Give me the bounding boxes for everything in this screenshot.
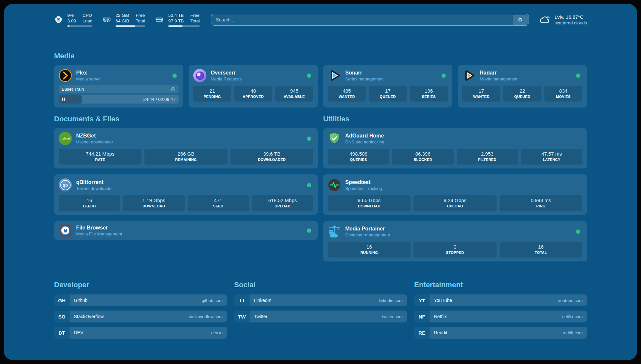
bookmark-stackoverflow[interactable]: SO StackOverflow stackoverflow.com [54,311,227,322]
camera-view-icon[interactable] [170,87,176,92]
portainer-card[interactable]: Media Portainer Container management 16R… [323,221,587,261]
weather-location-temp: Lviv, 16.87°C [555,14,587,20]
memory-labels: Free Total [136,13,145,24]
disk-progress-bar [168,25,200,27]
stat-wanted: 485WANTED [328,86,366,102]
qbittorrent-title: qBittorrent [76,179,113,186]
plex-card[interactable]: Plex Media server Bullet Train [54,65,183,107]
section-title-utilities: Utilities [323,115,587,123]
bookmark-name: YouTube [434,298,452,303]
stat-approved: 40APPROVED [234,86,272,102]
section-title-social: Social [234,281,407,289]
bookmark-abbr: SO [54,311,70,322]
stat-upload: 618.52 MbpsUPLOAD [252,195,313,211]
disk-values: 52.4 TB 97.9 TB [168,13,184,24]
bookmark-github[interactable]: GH Github github.com [54,294,227,306]
stat-wanted: 17WANTED [462,86,500,102]
stat-filtered: 2,953FILTERED [457,149,518,165]
stat-series: 196SERIES [410,86,448,102]
bookmark-domain: dev.to [211,330,223,335]
bookmark-abbr: RE [414,327,430,339]
bookmark-reddit[interactable]: RE Reddit reddit.com [414,327,587,339]
section-title-documents: Documents & Files [54,115,318,123]
cpu-widget: 9% 3.09 CPU Load [54,13,92,27]
filebrowser-card[interactable]: File Browser Media File Management [54,221,318,240]
header-divider [54,32,587,32]
status-dot-online [307,228,311,233]
qbittorrent-card[interactable]: qb qBittorrent Torrent downloader 16LEEC… [54,174,318,215]
header: 9% 3.09 CPU Load [54,13,587,27]
sonarr-title: Sonarr [345,70,383,76]
nzbget-card[interactable]: nzbget NZBGet Usenet downloader 744.21 M… [54,128,318,168]
sonarr-logo-icon [328,69,341,82]
playback-time: 24:44 / 02:06:47 [143,97,179,102]
bookmark-dev[interactable]: DT DEV dev.to [54,327,227,339]
stat-leech: 16LEECH [59,195,120,211]
pause-icon[interactable] [62,98,65,101]
search-input[interactable] [211,14,512,25]
resource-widgets: 9% 3.09 CPU Load [54,13,200,27]
plex-subtitle: Media server [76,76,101,82]
bookmarks-section: Developer GH Github github.com SO StackO… [54,281,587,343]
portainer-subtitle: Container management [345,232,390,238]
bookmarks-entertainment: Entertainment YT YouTube youtube.com NF … [414,281,587,343]
bookmark-linkedin[interactable]: LI LinkedIn linkedin.com [234,294,407,306]
overseerr-title: Overseerr [211,70,242,76]
bookmark-abbr: NF [414,311,430,322]
stat-total: 16TOTAL [500,242,582,258]
plex-logo-icon [59,69,72,82]
cpu-progress-bar [67,25,92,27]
section-title-entertainment: Entertainment [414,281,587,289]
radarr-subtitle: Movie management [480,76,517,82]
bookmarks-developer: Developer GH Github github.com SO StackO… [54,281,227,343]
filebrowser-subtitle: Media File Management [76,231,122,237]
overseerr-card[interactable]: Overseerr Media Requests 21PENDING 40APP… [189,65,318,107]
stat-download: 9.65 GbpsDOWNLOAD [328,195,411,211]
media-cards-row: Plex Media server Bullet Train [54,65,587,107]
status-dot-online [307,74,311,78]
bookmark-domain: linkedin.com [379,298,403,303]
radarr-logo-icon [462,69,475,82]
adguard-subtitle: DNS and adblocking [345,139,384,145]
bookmark-domain: reddit.com [563,330,583,335]
status-dot-online [442,74,446,78]
stat-latency: 47.57 msLATENCY [521,149,582,165]
status-dot-online [307,136,311,141]
speedtest-card[interactable]: Speedtest Speedtest Tracking 9.65 GbpsDO… [323,174,587,215]
nzbget-logo-icon: nzbget [59,132,72,145]
bookmark-name: Netflix [434,314,447,319]
bookmark-abbr: LI [234,294,250,306]
nzbget-subtitle: Usenet downloader [76,139,113,145]
scattered-clouds-icon [539,14,551,26]
sonarr-card[interactable]: Sonarr Series management 485WANTED 17QUE… [323,65,452,107]
status-dot-online [307,183,311,187]
search-provider-button[interactable]: G [513,15,528,25]
playback-progress-bar: 24:44 / 02:06:47 [59,95,179,104]
bookmark-twitter[interactable]: TW Twitter twitter.com [234,311,407,322]
stat-pending: 21PENDING [193,86,231,102]
bookmark-domain: netflix.com [562,314,583,319]
radarr-card[interactable]: Radarr Movie management 17WANTED 22QUEUE… [458,65,587,107]
qbittorrent-subtitle: Torrent downloader [76,186,113,191]
disk-labels: Free Total [190,13,200,24]
stat-stopped: 0STOPPED [413,242,496,258]
documents-column: Documents & Files nzbget NZBGet Usenet d… [54,115,318,261]
stat-remaining: 266 GBREMAINING [144,149,227,165]
bookmark-youtube[interactable]: YT YouTube youtube.com [414,294,587,306]
status-dot-online [172,74,177,78]
bookmark-domain: stackoverflow.com [188,314,223,319]
portainer-title: Media Portainer [345,226,390,232]
section-title-developer: Developer [54,281,227,289]
middle-columns: Documents & Files nzbget NZBGet Usenet d… [54,115,587,261]
memory-icon [102,15,111,24]
bookmark-netflix[interactable]: NF Netflix netflix.com [414,311,587,322]
speedtest-subtitle: Speedtest Tracking [345,186,382,191]
adguard-title: AdGuard Home [345,133,384,139]
overseerr-logo-icon [193,69,206,82]
bookmark-domain: github.com [201,298,223,303]
weather-widget: Lviv, 16.87°C scattered clouds [539,14,587,26]
bookmark-domain: youtube.com [558,298,583,303]
adguard-card[interactable]: AdGuard Home DNS and adblocking 498,508Q… [323,128,587,168]
memory-values: 22 GiB 64 GiB [115,13,129,24]
dashboard-panel: 9% 3.09 CPU Load [4,4,637,360]
